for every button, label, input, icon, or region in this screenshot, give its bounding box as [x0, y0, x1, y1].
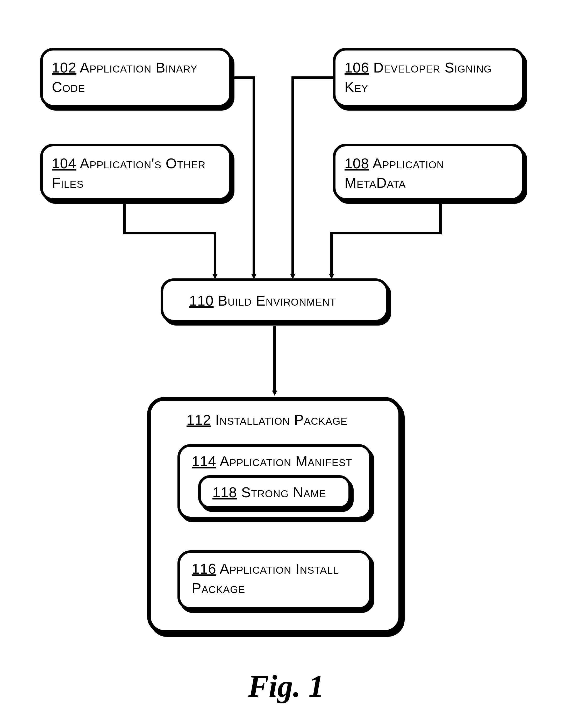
svg-text:Key: Key — [345, 79, 368, 95]
node-application-binary-code: 102 Application Binary Code — [42, 49, 230, 106]
svg-text:102
       
      Application : 102 Application Binary — [52, 60, 197, 76]
svg-text:112
       
      Installation: 112 Installation Package — [187, 412, 348, 428]
svg-text:116
         
        Applicat: 116 Application Install — [192, 561, 339, 577]
svg-rect-0 — [42, 49, 230, 106]
svg-text:Files: Files — [52, 175, 84, 191]
figure-caption: Fig. 1 — [248, 669, 324, 703]
node-ref-102: 102 — [52, 60, 76, 76]
node-ref-118: 118 — [212, 484, 237, 500]
svg-text:MetaData: MetaData — [345, 175, 406, 191]
node-application-metadata: 108 Application MetaData — [334, 145, 523, 199]
node-applications-other-files: 104 Application's Other Files — [42, 145, 230, 199]
svg-text:Package: Package — [192, 580, 245, 596]
node-application-manifest: 114 Application Manifest 118 Strong Name — [179, 446, 370, 518]
svg-rect-3 — [334, 49, 523, 106]
node-ref-110: 110 — [189, 293, 214, 309]
node-developer-signing-key: 106 Developer Signing Key — [334, 49, 523, 106]
svg-rect-6 — [42, 145, 230, 199]
node-strong-name: 118 Strong Name — [200, 477, 350, 508]
svg-text:Code: Code — [52, 79, 85, 95]
svg-text:104
       
      Application': 104 Application's Other — [52, 155, 205, 171]
svg-text:114
         
        Applicat: 114 Application Manifest — [192, 453, 352, 469]
node-ref-108: 108 — [345, 155, 369, 171]
svg-text:106
       
      Developer Si: 106 Developer Signing — [345, 60, 492, 76]
node-ref-106: 106 — [345, 60, 369, 76]
node-build-environment: 110 Build Environment — [162, 280, 387, 321]
svg-text:110
       
      Build Enviro: 110 Build Environment — [189, 293, 336, 309]
svg-text:118
           
          Stro: 118 Strong Name — [212, 484, 326, 500]
node-installation-package: 112 Installation Package 114 Application… — [149, 399, 400, 632]
svg-rect-9 — [334, 145, 523, 199]
svg-text:108
       
      Application: 108 Application — [345, 155, 444, 171]
node-ref-104: 104 — [52, 155, 76, 171]
node-ref-114: 114 — [192, 453, 216, 469]
node-ref-116: 116 — [192, 561, 216, 577]
node-ref-112: 112 — [187, 412, 211, 428]
node-application-install-package: 116 Application Install Package — [179, 552, 370, 609]
